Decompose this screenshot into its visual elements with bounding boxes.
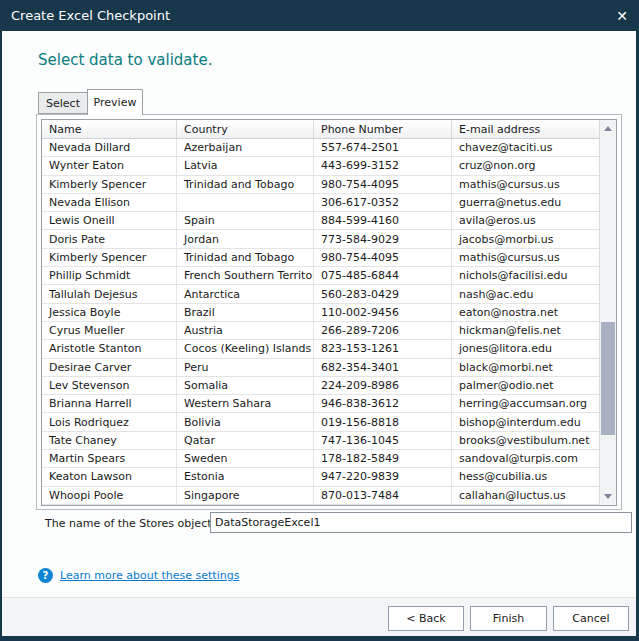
table-cell: French Southern Territories	[177, 267, 314, 284]
table-cell: Antarctica	[177, 285, 314, 302]
tab-select[interactable]: Select	[38, 92, 87, 114]
table-cell: Trinidad and Tobago	[177, 249, 314, 266]
table-cell: 980-754-4095	[314, 176, 452, 193]
table-row[interactable]: Tate ChaneyQatar747-136-1045brooks@vesti…	[42, 432, 599, 450]
table-row[interactable]: Tallulah DejesusAntarctica560-283-0429na…	[42, 285, 599, 303]
table-cell: 682-354-3401	[314, 359, 452, 376]
scroll-down-icon[interactable]	[600, 488, 616, 505]
table-cell: Lewis Oneill	[42, 212, 177, 229]
table-cell: cruz@non.org	[452, 157, 599, 174]
table-row[interactable]: Brianna HarrellWestern Sahara946-838-361…	[42, 395, 599, 413]
table-cell: 075-485-6844	[314, 267, 452, 284]
table-row[interactable]: Nevada DillardAzerbaijan557-674-2501chav…	[42, 139, 599, 157]
table-cell: 870-013-7484	[314, 487, 452, 504]
table-cell: Nevada Dillard	[42, 139, 177, 156]
table-cell: 266-289-7206	[314, 322, 452, 339]
table-cell	[177, 194, 314, 211]
table-cell: 224-209-8986	[314, 377, 452, 394]
table-row[interactable]: Martin SpearsSweden178-182-5849sandoval@…	[42, 450, 599, 468]
table-cell: 823-153-1261	[314, 340, 452, 357]
table-cell: avila@eros.us	[452, 212, 599, 229]
table-row[interactable]: Keaton LawsonEstonia947-220-9839hess@cub…	[42, 468, 599, 486]
table-row[interactable]: Kimberly SpencerTrinidad and Tobago980-7…	[42, 176, 599, 194]
help-icon: ?	[38, 568, 53, 583]
table-cell: 773-584-9029	[314, 230, 452, 247]
table-cell: eaton@nostra.net	[452, 304, 599, 321]
table-cell: Keaton Lawson	[42, 468, 177, 485]
table-cell: brooks@vestibulum.net	[452, 432, 599, 449]
table-cell: Lois Rodriquez	[42, 413, 177, 430]
page-title: Select data to validate.	[38, 51, 212, 69]
back-button[interactable]: < Back	[388, 606, 464, 631]
table-cell: Jordan	[177, 230, 314, 247]
create-excel-checkpoint-dialog: Create Excel Checkpoint ✕ Select data to…	[0, 0, 639, 641]
table-row[interactable]: Jessica BoyleBrazil110-002-9456eaton@nos…	[42, 304, 599, 322]
table-cell: sandoval@turpis.com	[452, 450, 599, 467]
table-row[interactable]: Nevada Ellison306-617-0352guerra@netus.e…	[42, 194, 599, 212]
stores-object-input[interactable]	[210, 512, 632, 533]
table-row[interactable]: Cyrus MuellerAustria266-289-7206hickman@…	[42, 322, 599, 340]
table-cell: Latvia	[177, 157, 314, 174]
table-cell: Doris Pate	[42, 230, 177, 247]
column-header-name[interactable]: Name	[42, 120, 177, 138]
table-cell: Martin Spears	[42, 450, 177, 467]
table-cell: Desirae Carver	[42, 359, 177, 376]
table-cell: Trinidad and Tobago	[177, 176, 314, 193]
table-cell: hess@cubilia.us	[452, 468, 599, 485]
table-row[interactable]: Lev StevensonSomalia224-209-8986palmer@o…	[42, 377, 599, 395]
table-cell: Azerbaijan	[177, 139, 314, 156]
column-header-phone-number[interactable]: Phone Number	[314, 120, 452, 138]
table-cell: 443-699-3152	[314, 157, 452, 174]
table-cell: Jessica Boyle	[42, 304, 177, 321]
table-row[interactable]: Wynter EatonLatvia443-699-3152cruz@non.o…	[42, 157, 599, 175]
dialog-body: Select data to validate. Select Preview …	[2, 31, 636, 597]
close-icon[interactable]: ✕	[605, 0, 639, 31]
learn-more-link[interactable]: Learn more about these settings	[60, 569, 239, 582]
table-row[interactable]: Desirae CarverPeru682-354-3401black@morb…	[42, 359, 599, 377]
table-cell: 884-599-4160	[314, 212, 452, 229]
cancel-button[interactable]: Cancel	[553, 606, 629, 631]
preview-tab-page: NameCountryPhone NumberE-mail address Ne…	[36, 114, 622, 510]
table-cell: Western Sahara	[177, 395, 314, 412]
table-row[interactable]: Aristotle StantonCocos (Keeling) Islands…	[42, 340, 599, 358]
title-bar: Create Excel Checkpoint ✕	[0, 0, 639, 31]
table-cell: Qatar	[177, 432, 314, 449]
table-cell: 306-617-0352	[314, 194, 452, 211]
table-body: Nevada DillardAzerbaijan557-674-2501chav…	[42, 139, 599, 505]
table-cell: Cocos (Keeling) Islands	[177, 340, 314, 357]
table-cell: 019-156-8818	[314, 413, 452, 430]
stores-object-row: The name of the Stores object:	[2, 512, 636, 536]
window-title: Create Excel Checkpoint	[0, 8, 605, 23]
table-cell: palmer@odio.net	[452, 377, 599, 394]
table-cell: hickman@felis.net	[452, 322, 599, 339]
table-row[interactable]: Phillip SchmidtFrench Southern Territori…	[42, 267, 599, 285]
table-cell: 560-283-0429	[314, 285, 452, 302]
table-row[interactable]: Kimberly SpencerTrinidad and Tobago980-7…	[42, 249, 599, 267]
table-row[interactable]: Lewis OneillSpain884-599-4160avila@eros.…	[42, 212, 599, 230]
scroll-up-icon[interactable]	[600, 120, 616, 137]
table-cell: jones@litora.edu	[452, 340, 599, 357]
table-cell: 110-002-9456	[314, 304, 452, 321]
table-cell: bishop@interdum.edu	[452, 413, 599, 430]
stores-object-label: The name of the Stores object:	[45, 517, 215, 530]
table-cell: mathis@cursus.us	[452, 249, 599, 266]
column-header-country[interactable]: Country	[177, 120, 314, 138]
table-cell: callahan@luctus.us	[452, 487, 599, 504]
vertical-scrollbar[interactable]	[599, 120, 616, 505]
table-cell: Peru	[177, 359, 314, 376]
table-cell: Kimberly Spencer	[42, 176, 177, 193]
table-cell: mathis@cursus.us	[452, 176, 599, 193]
scrollbar-thumb[interactable]	[601, 322, 615, 435]
table-row[interactable]: Lois RodriquezBolivia019-156-8818bishop@…	[42, 413, 599, 431]
table-row[interactable]: Whoopi PooleSingapore870-013-7484callaha…	[42, 487, 599, 505]
table-cell: Brianna Harrell	[42, 395, 177, 412]
column-header-e-mail-address[interactable]: E-mail address	[452, 120, 599, 138]
table-cell: Lev Stevenson	[42, 377, 177, 394]
table-row[interactable]: Doris PateJordan773-584-9029jacobs@morbi…	[42, 230, 599, 248]
table-cell: Estonia	[177, 468, 314, 485]
table-cell: Wynter Eaton	[42, 157, 177, 174]
tab-preview[interactable]: Preview	[87, 89, 143, 115]
table-cell: chavez@taciti.us	[452, 139, 599, 156]
table-cell: 178-182-5849	[314, 450, 452, 467]
finish-button[interactable]: Finish	[470, 606, 547, 631]
